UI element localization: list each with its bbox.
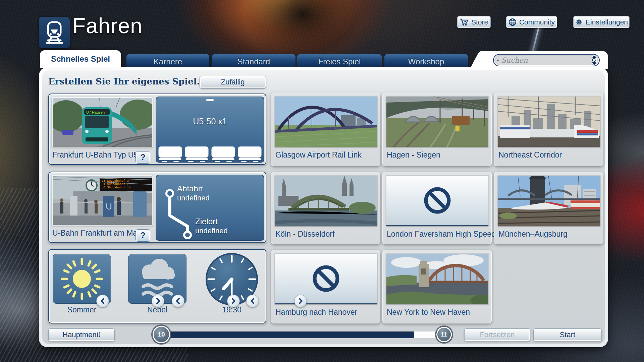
- chevron-left-icon: [175, 298, 181, 304]
- time-prev-button[interactable]: [246, 295, 259, 307]
- destination-label: Zielort: [195, 217, 218, 226]
- weather-prev-button[interactable]: [172, 295, 184, 307]
- settings-button-label: Einstellungen: [586, 18, 628, 26]
- page-number-left: 10: [153, 326, 170, 343]
- globe-icon: [508, 18, 517, 26]
- search-area: ✕: [482, 51, 608, 69]
- wagon-icon: [159, 146, 182, 163]
- community-button[interactable]: Community: [506, 16, 557, 28]
- tab-label: Freies Spiel: [318, 57, 361, 66]
- quickdrive-heading: Erstellen Sie Ihr eigenes Spiel.: [48, 76, 200, 86]
- train-help-button[interactable]: ?: [136, 151, 150, 164]
- consist-panel[interactable]: U5-50 x1: [156, 97, 264, 163]
- time-next-button[interactable]: [294, 295, 307, 307]
- page-title: Fahren: [72, 13, 143, 38]
- resume-button[interactable]: Fortsetzen: [464, 328, 530, 341]
- no-entry-icon: [312, 264, 340, 293]
- route-card[interactable]: Northeast Corridor: [494, 93, 603, 166]
- season-next-button[interactable]: [152, 295, 164, 307]
- route-photo: [498, 96, 600, 147]
- tab-label: Workshop: [408, 57, 444, 66]
- help-label: ?: [140, 230, 146, 241]
- season-prev-button[interactable]: [96, 295, 109, 307]
- store-button[interactable]: Store: [457, 16, 491, 28]
- wagon-icon: [212, 146, 235, 163]
- route-card[interactable]: München–Augsburg: [494, 172, 603, 244]
- main-menu-label: Hauptmenü: [62, 330, 101, 339]
- route-card-title: München–Augsburg: [498, 230, 568, 239]
- page-number-right: 11: [436, 327, 452, 342]
- scenario-photo[interactable]: U3 Südbahnhof 3 U1 Südbahnhof 7 U8 Südba…: [52, 175, 153, 226]
- scroll-indicator-dot: [206, 99, 214, 101]
- route-card-title: London Faversham High Speed: [387, 230, 496, 239]
- help-label: ?: [140, 152, 146, 163]
- gear-icon: [575, 18, 583, 26]
- train-photo[interactable]: U7 Hausen: [52, 97, 153, 147]
- start-label: Start: [560, 330, 575, 339]
- tab-schnelles-spiel[interactable]: Schnelles Spiel: [40, 50, 121, 68]
- train-card-title: Frankfurt U-Bahn Typ U5: [52, 150, 138, 160]
- chevron-right-icon: [231, 298, 236, 304]
- community-button-label: Community: [519, 18, 555, 26]
- route-card-title: Glasgow Airport Rail Link: [275, 150, 362, 160]
- tab-label: Karriere: [154, 57, 182, 66]
- app-logo: [39, 17, 70, 48]
- route-photo: [386, 96, 489, 147]
- route-card[interactable]: Köln - Düsseldorf: [271, 172, 380, 244]
- route-card-title: Northeast Corridor: [498, 150, 562, 160]
- scenario-help-button[interactable]: ?: [136, 229, 150, 242]
- random-button[interactable]: Zufällig: [200, 76, 266, 88]
- route-photo: [386, 253, 489, 304]
- chevron-right-icon: [298, 298, 303, 304]
- wagon-icon: [238, 146, 262, 163]
- scenario-card-title: U-Bahn Frankfurt am Main: [52, 229, 143, 238]
- start-button[interactable]: Start: [533, 328, 602, 341]
- clear-search-icon[interactable]: ✕: [591, 55, 597, 65]
- tab-label: Schnelles Spiel: [51, 54, 110, 64]
- route-card-title: Hamburg nach Hanover: [275, 308, 357, 317]
- tab-label: Standard: [237, 57, 270, 66]
- route-card[interactable]: New York to New Haven: [382, 250, 492, 323]
- consist-wagons: [159, 146, 262, 163]
- page-scrollbar-thumb[interactable]: [414, 331, 436, 338]
- resume-label: Fortsetzen: [480, 330, 515, 339]
- route-card-title: Köln - Düsseldorf: [275, 230, 334, 239]
- route-photo: [275, 175, 377, 226]
- departure-value: undefined: [177, 193, 210, 203]
- scenario-selection-card: U3 Südbahnhof 3 U1 Südbahnhof 7 U8 Südba…: [48, 172, 266, 243]
- chevron-left-icon: [100, 298, 105, 304]
- settings-button[interactable]: Einstellungen: [573, 16, 630, 28]
- route-card[interactable]: London Faversham High Speed: [382, 172, 492, 244]
- weather-next-button[interactable]: [227, 295, 240, 307]
- svg-text:U8 Südbahnhof 14: U8 Südbahnhof 14: [102, 186, 130, 189]
- main-menu-button[interactable]: Hauptmenü: [48, 328, 115, 341]
- search-icon: [497, 56, 499, 64]
- svg-text:U: U: [106, 201, 112, 212]
- destination-value: undefined: [195, 226, 228, 236]
- wagon-icon: [185, 146, 209, 163]
- search-field[interactable]: ✕: [493, 54, 600, 66]
- route-photo-placeholder: [386, 175, 489, 226]
- departure-label: Abfahrt: [177, 184, 203, 193]
- route-card[interactable]: Glasgow Airport Rail Link: [271, 93, 380, 166]
- store-button-label: Store: [471, 18, 488, 26]
- route-card[interactable]: Hagen - Siegen: [382, 93, 492, 166]
- route-card-title: Hagen - Siegen: [387, 150, 440, 160]
- chevron-left-icon: [250, 298, 255, 304]
- conditions-card: Sommer Nebel: [48, 249, 266, 323]
- random-button-label: Zufällig: [221, 78, 245, 86]
- route-endpoints-panel[interactable]: Abfahrt undefined Zielort undefined: [156, 175, 264, 241]
- chevron-right-icon: [155, 298, 161, 304]
- search-input[interactable]: [501, 56, 591, 64]
- route-photo-placeholder: [275, 253, 377, 304]
- train-logo-icon: [43, 21, 65, 44]
- cart-icon: [460, 18, 469, 26]
- page-scrollbar[interactable]: [166, 331, 438, 338]
- route-photo: [498, 175, 600, 226]
- svg-text:U7 Hausen: U7 Hausen: [86, 110, 105, 114]
- route-card[interactable]: Hamburg nach Hanover: [271, 250, 380, 323]
- no-entry-icon: [423, 186, 451, 215]
- route-photo: [275, 96, 377, 147]
- route-card-title: New York to New Haven: [387, 308, 470, 317]
- consist-label: U5-50 x1: [156, 117, 264, 126]
